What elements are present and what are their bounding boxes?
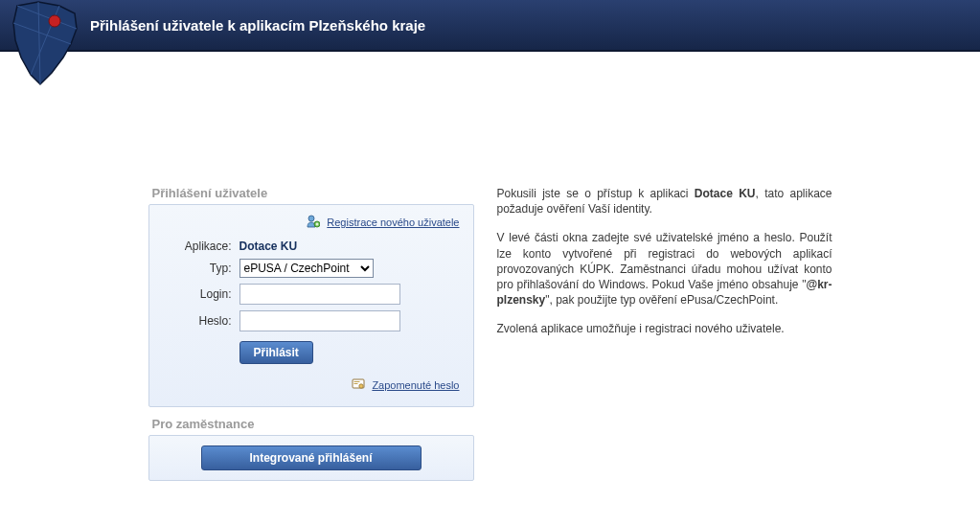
forgot-password-link[interactable]: Zapomenuté heslo (372, 379, 459, 391)
info-paragraph-2: V levé části okna zadejte své uživatelsk… (497, 230, 832, 308)
page-title: Přihlášení uživatele k aplikacím Plzeňsk… (90, 17, 425, 34)
forgot-row: Zapomenuté heslo (163, 377, 460, 393)
info-column: Pokusili jste se o přístup k aplikaci Do… (497, 186, 832, 481)
employee-panel: Integrované přihlášení (148, 435, 474, 481)
svg-point-0 (49, 15, 60, 27)
app-header: Přihlášení uživatele k aplikacím Plzeňsk… (0, 0, 980, 52)
type-label: Typ: (163, 262, 239, 275)
region-logo (8, 0, 84, 91)
register-row: Registrace nového uživatele (163, 215, 460, 230)
login-input[interactable] (239, 284, 400, 305)
info-paragraph-3: Zvolená aplikace umožňuje i registraci n… (497, 321, 832, 336)
app-label: Aplikace: (163, 240, 239, 253)
main-content: Přihlášení uživatele Registrace nového u… (0, 186, 980, 481)
key-card-icon (352, 377, 365, 393)
password-input[interactable] (239, 310, 400, 331)
svg-rect-4 (354, 381, 360, 382)
auth-type-select[interactable]: ePUSA / CzechPoint (239, 259, 374, 278)
employee-section-label: Pro zaměstnance (152, 417, 474, 431)
login-section-label: Přihlášení uživatele (152, 186, 474, 200)
submit-button[interactable]: Přihlásit (239, 341, 313, 364)
password-label: Heslo: (163, 314, 239, 328)
info-paragraph-1: Pokusili jste se o přístup k aplikaci Do… (497, 186, 832, 217)
login-column: Přihlášení uživatele Registrace nového u… (148, 186, 474, 481)
integrated-login-button[interactable]: Integrované přihlášení (201, 445, 422, 470)
svg-point-6 (359, 384, 363, 388)
svg-point-1 (308, 216, 314, 221)
svg-rect-5 (354, 383, 358, 384)
user-add-icon (307, 215, 320, 230)
login-panel: Registrace nového uživatele Aplikace: Do… (148, 204, 474, 407)
register-link[interactable]: Registrace nového uživatele (327, 217, 459, 228)
app-value: Dotace KU (239, 240, 460, 253)
login-label: Login: (163, 287, 239, 301)
